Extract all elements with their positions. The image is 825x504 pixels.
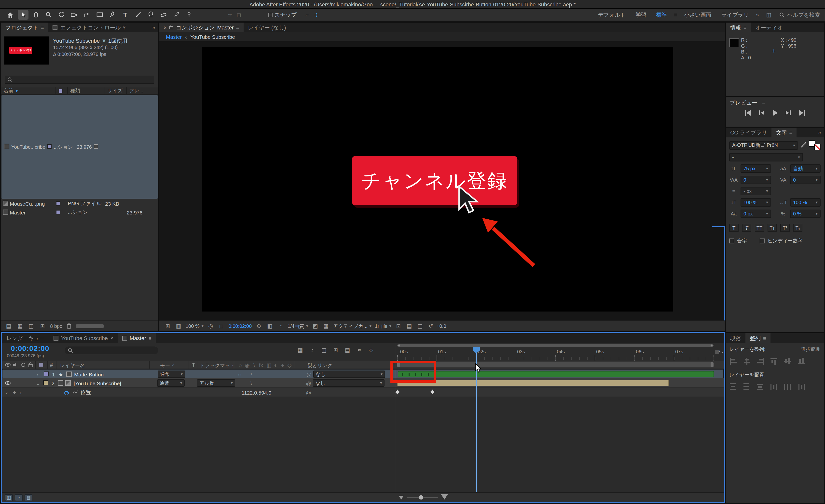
project-search-field[interactable] <box>5 76 154 84</box>
collapse-switch-icon[interactable]: ◉ <box>243 362 251 368</box>
timeline-zoom-handle[interactable] <box>419 495 423 500</box>
selection-tool-icon[interactable] <box>18 10 28 20</box>
first-frame-icon[interactable] <box>744 109 753 116</box>
all-caps-button[interactable]: TT <box>755 224 764 232</box>
shape-tool-icon[interactable] <box>94 10 105 20</box>
show-snapshot-icon[interactable]: ◧ <box>266 323 273 330</box>
pickwhip-icon[interactable]: @ <box>306 379 311 388</box>
graph-icon[interactable] <box>72 388 78 397</box>
align-vertical-center-icon[interactable] <box>784 358 792 365</box>
fast-previews-icon[interactable]: ▤ <box>405 323 413 330</box>
rulers-icon[interactable]: ◎ <box>207 323 214 330</box>
graph-editor-toggle[interactable]: ▦ <box>24 494 32 501</box>
tab-youtube-subscribe-timeline[interactable]: YouTube Subscribe × <box>49 333 118 343</box>
workspace-menu-icon[interactable]: ≡ <box>672 11 679 18</box>
help-search[interactable]: ヘルプを検索 <box>779 11 820 18</box>
preserve-transparency-column-header[interactable]: T <box>192 362 195 367</box>
motion-blur-toggle[interactable]: ◔ <box>15 494 22 501</box>
faux-italic-button[interactable]: T <box>742 224 751 232</box>
proportion-select[interactable]: 0 %▾ <box>790 209 821 218</box>
distribute-left-icon[interactable] <box>770 383 778 390</box>
label-chip[interactable] <box>56 210 60 215</box>
workspace-default[interactable]: デフォルト <box>598 11 626 18</box>
brainstorm-icon[interactable]: ◇ <box>367 346 375 353</box>
label-chip[interactable] <box>48 144 52 149</box>
puppet-pin-tool-icon[interactable] <box>184 10 195 20</box>
property-name[interactable]: 位置 <box>81 388 91 397</box>
project-row[interactable]: Master ...ション 23.976 <box>1 208 158 217</box>
resolution-select[interactable]: 1/4画質▾ <box>288 323 308 330</box>
last-frame-icon[interactable] <box>797 109 806 116</box>
align-right-icon[interactable] <box>757 358 765 365</box>
timeline-search-field[interactable] <box>65 346 158 354</box>
quality-switch[interactable]: \ <box>250 379 252 388</box>
property-value[interactable]: 1122.0,594.0 <box>242 388 271 397</box>
align-left-icon[interactable] <box>729 358 737 365</box>
project-row[interactable]: YouTube...cribe ...ション 23.976 <box>1 95 158 199</box>
tab-overflow-icon[interactable]: » <box>149 24 158 30</box>
tab-master-timeline[interactable]: Master ≡ <box>118 333 156 343</box>
next-frame-icon[interactable] <box>784 109 793 116</box>
layer-row-2[interactable]: ⌄ 2 [YouTube Subscribe] 通常▾ アル反▾ \ @ なし▾ <box>2 379 724 388</box>
track-matte-column-header[interactable]: トラックマット <box>200 362 235 369</box>
timeline-panel[interactable]: レンダーキュー YouTube Subscribe × Master ≡ 0:0… <box>1 332 725 503</box>
draft-3d-icon[interactable]: ◔ <box>308 346 316 353</box>
hand-tool-icon[interactable] <box>30 10 41 20</box>
eyedropper-icon[interactable] <box>801 142 806 149</box>
exposure-control[interactable]: ↺+0.0 <box>427 323 446 330</box>
tracking-select[interactable]: 0▾ <box>790 176 821 184</box>
track-matte-select[interactable]: アル反▾ <box>197 380 235 387</box>
previous-keyframe-icon[interactable]: ‹ <box>6 388 8 397</box>
pickwhip-icon[interactable]: @ <box>306 388 311 397</box>
motion-blur-icon[interactable]: ▤ <box>344 346 351 353</box>
always-preview-icon[interactable]: ⊞ <box>164 323 171 330</box>
zoom-out-icon[interactable] <box>399 496 404 500</box>
panel-menu-icon[interactable]: ≡ <box>789 130 792 135</box>
faux-bold-button[interactable]: T <box>729 224 739 232</box>
composition-thumbnail[interactable]: チャンネル登録 <box>4 36 49 65</box>
project-row[interactable]: MouseCu...png PNG ファイル 23 KB <box>1 199 158 208</box>
distribute-vertical-center-icon[interactable] <box>743 383 751 390</box>
work-area-end-handle[interactable] <box>710 362 714 367</box>
panel-layout-icon[interactable]: ◫ <box>765 11 772 18</box>
project-table-header[interactable]: 名前▼ 種類 サイズ フレ... <box>1 87 158 95</box>
vertical-scale-select[interactable]: 100 %▾ <box>741 198 771 206</box>
pixel-aspect-icon[interactable]: ⊡ <box>395 323 402 330</box>
shy-switch-icon[interactable]: ◌ <box>237 362 244 368</box>
frame-blend-icon[interactable]: ⊞ <box>332 346 339 353</box>
workspace-library[interactable]: ライブラリ <box>721 11 749 18</box>
collapse-switch[interactable]: ◌ <box>238 369 241 379</box>
tab-info[interactable]: 情報≡ <box>726 22 751 32</box>
kerning-select[interactable]: 0▾ <box>741 176 771 184</box>
tab-audio[interactable]: オーディオ <box>751 22 787 32</box>
blend-mode-select[interactable]: 通常▾ <box>158 370 185 378</box>
comp-marker-bin[interactable] <box>715 350 719 354</box>
frame-blend-toggle[interactable]: ▥ <box>5 494 13 501</box>
type-tool-icon[interactable]: T <box>120 10 131 20</box>
graph-editor-icon[interactable]: ≈ <box>356 346 363 353</box>
interpret-footage-icon[interactable]: ▤ <box>5 323 12 330</box>
composition-mini-flowchart-icon[interactable]: ▦ <box>297 346 304 353</box>
tab-paragraph[interactable]: 段落 <box>726 333 745 343</box>
quality-switch-icon[interactable]: \ <box>250 362 258 368</box>
add-keyframe-icon[interactable]: ◆ <box>13 388 16 397</box>
keyframe-diamond[interactable] <box>430 390 436 395</box>
mode-column-header[interactable]: モード <box>160 362 175 369</box>
camera-tool-icon[interactable] <box>69 10 80 20</box>
tab-align[interactable]: 整列≡ <box>745 333 770 343</box>
timeline-navigator-bar[interactable] <box>397 344 714 347</box>
workspace-standard[interactable]: 標準 <box>656 11 667 18</box>
play-icon[interactable] <box>770 109 779 116</box>
keyframe-diamond[interactable] <box>394 390 400 395</box>
workspace-learn[interactable]: 学習 <box>635 11 646 18</box>
roto-brush-tool-icon[interactable] <box>171 10 182 20</box>
tab-character[interactable]: 文字≡ <box>771 128 797 138</box>
channel-icon[interactable]: ◔ <box>277 323 284 330</box>
pickwhip-icon[interactable]: @ <box>306 369 312 379</box>
tab-overflow-icon[interactable]: » <box>815 130 824 136</box>
align-bottom-icon[interactable] <box>798 358 806 365</box>
hindi-digits-checkbox[interactable] <box>760 239 765 243</box>
snap-option-icon[interactable]: ⌐ <box>303 11 311 18</box>
panel-menu-icon[interactable]: ≡ <box>762 100 765 105</box>
layer-duration-bar[interactable] <box>398 371 714 377</box>
